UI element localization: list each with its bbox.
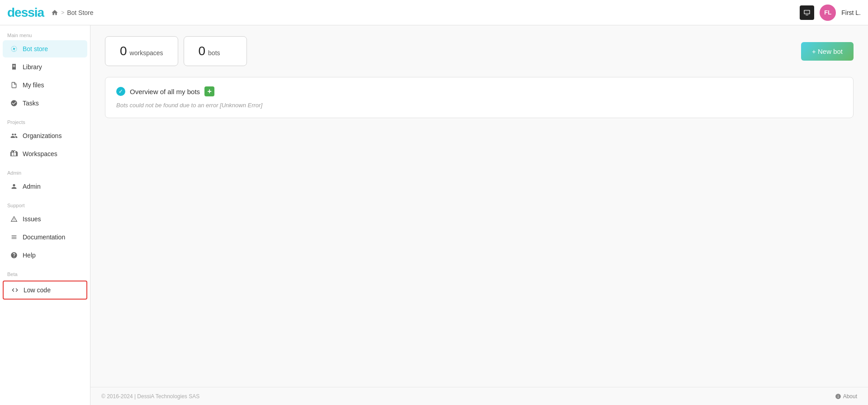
overview-error-text: Bots could not be found due to an error … xyxy=(116,102,842,109)
topbar: dessia > Bot Store FL First L. xyxy=(0,0,868,25)
sidebar-section-beta-label: Beta xyxy=(0,264,90,279)
library-icon xyxy=(10,63,18,71)
overview-header: ✓ Overview of all my bots + xyxy=(116,86,842,96)
bots-count: 0 xyxy=(199,44,206,58)
topbar-right: FL First L. xyxy=(800,5,861,21)
user-name[interactable]: First L. xyxy=(841,9,861,16)
overview-add-button[interactable]: + xyxy=(204,86,214,96)
footer-copyright: © 2016-2024 | DessiA Technologies SAS xyxy=(101,393,199,400)
organizations-icon xyxy=(10,132,18,140)
footer: © 2016-2024 | DessiA Technologies SAS Ab… xyxy=(90,387,868,405)
my-files-icon xyxy=(10,81,18,89)
issues-icon xyxy=(10,215,18,223)
sidebar-item-library[interactable]: Library xyxy=(3,58,87,76)
admin-icon xyxy=(10,182,18,191)
sidebar-item-low-code[interactable]: Low code xyxy=(3,281,87,300)
bots-stat-card: 0 bots xyxy=(184,36,247,66)
svg-rect-2 xyxy=(806,14,808,15)
sidebar-item-my-files-label: My files xyxy=(23,81,44,89)
about-link[interactable]: About xyxy=(835,393,857,400)
sidebar-item-bot-store-label: Bot store xyxy=(23,45,48,52)
workspaces-count: 0 xyxy=(120,44,127,58)
overview-title: Overview of all my bots xyxy=(130,88,200,95)
sidebar-section-support-label: Support xyxy=(0,195,90,210)
svg-rect-1 xyxy=(805,10,810,14)
bot-store-icon xyxy=(10,45,18,53)
overview-check-icon: ✓ xyxy=(116,87,125,96)
sidebar-item-workspaces-label: Workspaces xyxy=(23,150,57,157)
workspaces-label: workspaces xyxy=(130,49,163,57)
sidebar-item-workspaces[interactable]: Workspaces xyxy=(3,145,87,162)
new-bot-button[interactable]: + New bot xyxy=(801,42,854,61)
sidebar-item-bot-store[interactable]: Bot store xyxy=(3,40,87,57)
breadcrumb-separator: > xyxy=(61,10,64,16)
sidebar-item-documentation[interactable]: Documentation xyxy=(3,229,87,246)
main-inner: 0 workspaces 0 bots + New bot ✓ Overview… xyxy=(90,25,868,387)
topbar-left: dessia > Bot Store xyxy=(7,5,94,20)
tasks-icon xyxy=(10,99,18,107)
sidebar-item-documentation-label: Documentation xyxy=(23,233,65,241)
sidebar-section-admin-label: Admin xyxy=(0,163,90,177)
avatar[interactable]: FL xyxy=(820,5,836,21)
app-logo: dessia xyxy=(7,5,44,20)
sidebar-item-issues[interactable]: Issues xyxy=(3,210,87,228)
workspaces-icon xyxy=(10,150,18,158)
layout: Main menu Bot store Library My files xyxy=(0,25,868,405)
bots-label: bots xyxy=(208,49,220,57)
help-icon xyxy=(10,251,18,259)
sidebar-section-main-label: Main menu xyxy=(0,25,90,40)
stats-row: 0 workspaces 0 bots + New bot xyxy=(105,36,854,66)
workspaces-stat-card: 0 workspaces xyxy=(105,36,178,66)
breadcrumb-home[interactable] xyxy=(51,9,58,16)
documentation-icon xyxy=(10,233,18,241)
sidebar-item-organizations[interactable]: Organizations xyxy=(3,127,87,144)
sidebar-item-issues-label: Issues xyxy=(23,215,41,223)
sidebar-item-tasks-label: Tasks xyxy=(23,100,39,107)
sidebar-item-help[interactable]: Help xyxy=(3,247,87,264)
dark-mode-button[interactable] xyxy=(800,5,814,20)
low-code-icon xyxy=(11,286,19,294)
sidebar-item-tasks[interactable]: Tasks xyxy=(3,95,87,112)
main-content: 0 workspaces 0 bots + New bot ✓ Overview… xyxy=(90,25,868,405)
sidebar-item-admin-label: Admin xyxy=(23,183,41,190)
sidebar-item-help-label: Help xyxy=(23,252,36,259)
sidebar-item-library-label: Library xyxy=(23,63,42,71)
breadcrumb-current: Bot Store xyxy=(67,9,93,16)
sidebar-item-low-code-label: Low code xyxy=(24,286,51,294)
breadcrumb: > Bot Store xyxy=(51,9,93,16)
sidebar-item-my-files[interactable]: My files xyxy=(3,76,87,94)
svg-point-3 xyxy=(13,48,15,50)
sidebar-item-admin[interactable]: Admin xyxy=(3,178,87,195)
sidebar-section-projects-label: Projects xyxy=(0,112,90,127)
sidebar-item-organizations-label: Organizations xyxy=(23,132,62,139)
overview-panel: ✓ Overview of all my bots + Bots could n… xyxy=(105,77,854,118)
about-label: About xyxy=(843,393,857,400)
sidebar: Main menu Bot store Library My files xyxy=(0,25,90,405)
